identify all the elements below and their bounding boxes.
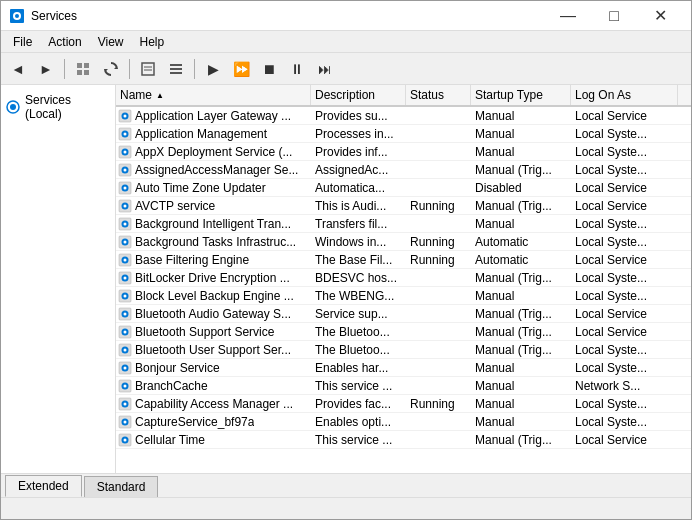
col-header-name[interactable]: Name ▲ bbox=[116, 85, 311, 105]
cell-description: Service sup... bbox=[311, 307, 406, 321]
cell-logon: Local Syste... bbox=[571, 145, 691, 159]
table-row[interactable]: Application Management Processes in... M… bbox=[116, 125, 691, 143]
cell-logon: Local Service bbox=[571, 325, 691, 339]
service-icon bbox=[118, 325, 132, 339]
cell-status: Running bbox=[406, 397, 471, 411]
cell-startup: Manual (Trig... bbox=[471, 199, 571, 213]
cell-service-name: Bluetooth Audio Gateway S... bbox=[116, 307, 311, 321]
toolbar-back[interactable]: ◄ bbox=[5, 57, 31, 81]
toolbar-play2[interactable]: ⏩ bbox=[228, 57, 254, 81]
menu-view[interactable]: View bbox=[90, 33, 132, 51]
cell-description: Automatica... bbox=[311, 181, 406, 195]
table-row[interactable]: Cellular Time This service ... Manual (T… bbox=[116, 431, 691, 449]
table-row[interactable]: Bluetooth User Support Ser... The Blueto… bbox=[116, 341, 691, 359]
close-button[interactable]: ✕ bbox=[637, 1, 683, 31]
toolbar-up[interactable] bbox=[70, 57, 96, 81]
table-row[interactable]: Background Intelligent Tran... Transfers… bbox=[116, 215, 691, 233]
col-header-status[interactable]: Status bbox=[406, 85, 471, 105]
table-row[interactable]: Background Tasks Infrastruc... Windows i… bbox=[116, 233, 691, 251]
service-icon bbox=[118, 379, 132, 393]
service-icon bbox=[118, 307, 132, 321]
svg-point-22 bbox=[124, 132, 127, 135]
tab-standard[interactable]: Standard bbox=[84, 476, 159, 497]
cell-service-name: BranchCache bbox=[116, 379, 311, 393]
cell-service-name: Capability Access Manager ... bbox=[116, 397, 311, 411]
toolbar-stop[interactable]: ⏹ bbox=[256, 57, 282, 81]
tab-extended[interactable]: Extended bbox=[5, 475, 82, 497]
svg-point-67 bbox=[124, 402, 127, 405]
cell-logon: Local Service bbox=[571, 253, 691, 267]
service-icon bbox=[118, 361, 132, 375]
service-icon bbox=[118, 415, 132, 429]
svg-point-34 bbox=[124, 204, 127, 207]
svg-rect-9 bbox=[142, 63, 154, 75]
col-header-desc[interactable]: Description bbox=[311, 85, 406, 105]
cell-description: AssignedAc... bbox=[311, 163, 406, 177]
cell-description: Enables opti... bbox=[311, 415, 406, 429]
menu-action[interactable]: Action bbox=[40, 33, 89, 51]
cell-startup: Manual (Trig... bbox=[471, 433, 571, 447]
cell-logon: Local Service bbox=[571, 307, 691, 321]
table-row[interactable]: Application Layer Gateway ... Provides s… bbox=[116, 107, 691, 125]
service-icon bbox=[118, 163, 132, 177]
cell-logon: Network S... bbox=[571, 379, 691, 393]
table-row[interactable]: Capability Access Manager ... Provides f… bbox=[116, 395, 691, 413]
cell-logon: Local Syste... bbox=[571, 163, 691, 177]
cell-logon: Local Syste... bbox=[571, 397, 691, 411]
service-icon bbox=[118, 289, 132, 303]
col-header-logon[interactable]: Log On As bbox=[571, 85, 677, 105]
toolbar-pause[interactable]: ⏸ bbox=[284, 57, 310, 81]
main-window: Services — □ ✕ File Action View Help ◄ ► bbox=[0, 0, 692, 520]
cell-service-name: AppX Deployment Service (... bbox=[116, 145, 311, 159]
toolbar-list[interactable] bbox=[163, 57, 189, 81]
toolbar-forward[interactable]: ► bbox=[33, 57, 59, 81]
sidebar-services-local[interactable]: Services (Local) bbox=[5, 93, 111, 121]
table-row[interactable]: Base Filtering Engine The Base Fil... Ru… bbox=[116, 251, 691, 269]
cell-startup: Manual bbox=[471, 217, 571, 231]
table-row[interactable]: Bonjour Service Enables har... Manual Lo… bbox=[116, 359, 691, 377]
toolbar-restart[interactable]: ⏭ bbox=[312, 57, 338, 81]
svg-point-2 bbox=[15, 14, 19, 18]
table-row[interactable]: Bluetooth Support Service The Bluetoo...… bbox=[116, 323, 691, 341]
service-icon bbox=[118, 199, 132, 213]
menu-help[interactable]: Help bbox=[132, 33, 173, 51]
menu-file[interactable]: File bbox=[5, 33, 40, 51]
maximize-button[interactable]: □ bbox=[591, 1, 637, 31]
cell-startup: Manual bbox=[471, 145, 571, 159]
table-row[interactable]: BranchCache This service ... Manual Netw… bbox=[116, 377, 691, 395]
sidebar: Services (Local) bbox=[1, 85, 116, 473]
cell-startup: Manual bbox=[471, 397, 571, 411]
svg-rect-3 bbox=[77, 63, 82, 68]
cell-startup: Manual bbox=[471, 415, 571, 429]
cell-service-name: Auto Time Zone Updater bbox=[116, 181, 311, 195]
toolbar-refresh[interactable] bbox=[98, 57, 124, 81]
col-header-startup[interactable]: Startup Type bbox=[471, 85, 571, 105]
cell-description: This service ... bbox=[311, 433, 406, 447]
table-row[interactable]: CaptureService_bf97a Enables opti... Man… bbox=[116, 413, 691, 431]
cell-service-name: BitLocker Drive Encryption ... bbox=[116, 271, 311, 285]
table-row[interactable]: AssignedAccessManager Se... AssignedAc..… bbox=[116, 161, 691, 179]
toolbar-play[interactable]: ▶ bbox=[200, 57, 226, 81]
list-header: Name ▲ Description Status Startup Type L… bbox=[116, 85, 691, 107]
toolbar-sep1 bbox=[64, 59, 65, 79]
cell-service-name: Background Tasks Infrastruc... bbox=[116, 235, 311, 249]
cell-logon: Local Syste... bbox=[571, 217, 691, 231]
cell-logon: Local Service bbox=[571, 199, 691, 213]
service-list[interactable]: Application Layer Gateway ... Provides s… bbox=[116, 107, 691, 473]
table-row[interactable]: Auto Time Zone Updater Automatica... Dis… bbox=[116, 179, 691, 197]
minimize-button[interactable]: — bbox=[545, 1, 591, 31]
table-row[interactable]: Block Level Backup Engine ... The WBENG.… bbox=[116, 287, 691, 305]
table-row[interactable]: AVCTP service This is Audi... Running Ma… bbox=[116, 197, 691, 215]
service-list-container: Name ▲ Description Status Startup Type L… bbox=[116, 85, 691, 473]
svg-point-28 bbox=[124, 168, 127, 171]
service-icon bbox=[118, 181, 132, 195]
cell-service-name: AVCTP service bbox=[116, 199, 311, 213]
table-row[interactable]: Bluetooth Audio Gateway S... Service sup… bbox=[116, 305, 691, 323]
service-icon bbox=[118, 253, 132, 267]
service-icon bbox=[118, 217, 132, 231]
sidebar-label-text: Services (Local) bbox=[25, 93, 111, 121]
cell-logon: Local Service bbox=[571, 433, 691, 447]
table-row[interactable]: AppX Deployment Service (... Provides in… bbox=[116, 143, 691, 161]
table-row[interactable]: BitLocker Drive Encryption ... BDESVC ho… bbox=[116, 269, 691, 287]
toolbar-export[interactable] bbox=[135, 57, 161, 81]
